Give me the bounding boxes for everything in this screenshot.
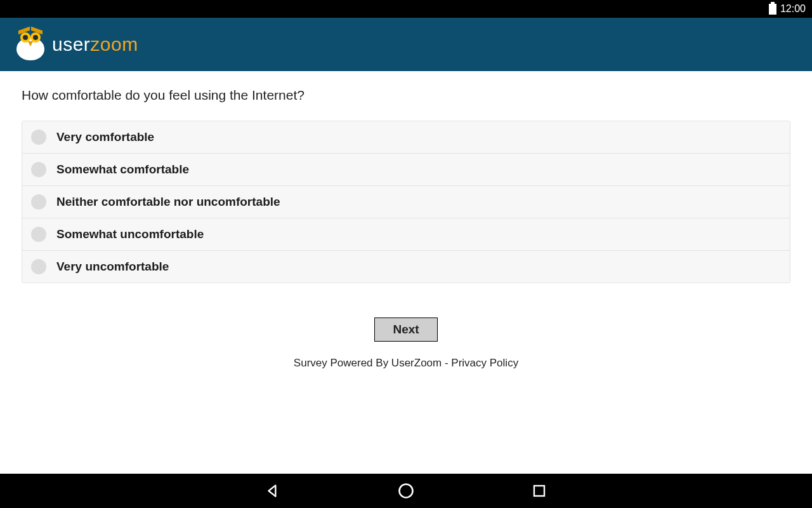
- option-label: Very uncomfortable: [56, 260, 169, 274]
- nav-back-button[interactable]: [263, 481, 282, 500]
- radio-icon[interactable]: [31, 259, 46, 274]
- nav-home-button[interactable]: [396, 481, 416, 500]
- footer-separator: -: [442, 357, 451, 369]
- survey-options: Very comfortable Somewhat comfortable Ne…: [22, 121, 790, 283]
- option-row[interactable]: Somewhat uncomfortable: [22, 218, 790, 251]
- option-label: Somewhat comfortable: [56, 163, 189, 177]
- survey-question: How comfortable do you feel using the In…: [22, 88, 790, 103]
- option-label: Neither comfortable nor uncomfortable: [56, 195, 280, 209]
- battery-icon: [769, 4, 776, 15]
- recent-square-icon: [532, 483, 547, 498]
- survey-footer: Survey Powered By UserZoom - Privacy Pol…: [22, 357, 790, 370]
- status-time: 12:00: [780, 3, 806, 15]
- svg-rect-1: [534, 486, 544, 496]
- next-button[interactable]: Next: [374, 318, 437, 342]
- svg-point-0: [400, 485, 413, 498]
- option-row[interactable]: Very comfortable: [22, 121, 790, 154]
- powered-by-text: Survey Powered By UserZoom: [294, 357, 442, 369]
- radio-icon[interactable]: [31, 227, 46, 242]
- owl-logo-icon: [15, 29, 46, 60]
- radio-icon[interactable]: [31, 130, 46, 145]
- app-header: userzoom: [0, 18, 812, 71]
- privacy-policy-link[interactable]: Privacy Policy: [451, 357, 518, 369]
- option-label: Somewhat uncomfortable: [56, 227, 204, 241]
- option-row[interactable]: Neither comfortable nor uncomfortable: [22, 186, 790, 218]
- android-nav-bar: [0, 474, 812, 508]
- radio-icon[interactable]: [31, 162, 46, 177]
- brand-part-user: user: [52, 34, 90, 55]
- home-circle-icon: [397, 482, 415, 500]
- nav-recent-button[interactable]: [530, 481, 549, 500]
- survey-content: How comfortable do you feel using the In…: [0, 71, 812, 370]
- brand-wordmark: userzoom: [52, 34, 138, 55]
- brand-part-zoom: zoom: [90, 34, 138, 55]
- option-row[interactable]: Very uncomfortable: [22, 251, 790, 283]
- android-status-bar: 12:00: [0, 0, 812, 18]
- option-label: Very comfortable: [56, 130, 154, 144]
- back-triangle-icon: [265, 483, 281, 499]
- option-row[interactable]: Somewhat comfortable: [22, 154, 790, 186]
- radio-icon[interactable]: [31, 194, 46, 210]
